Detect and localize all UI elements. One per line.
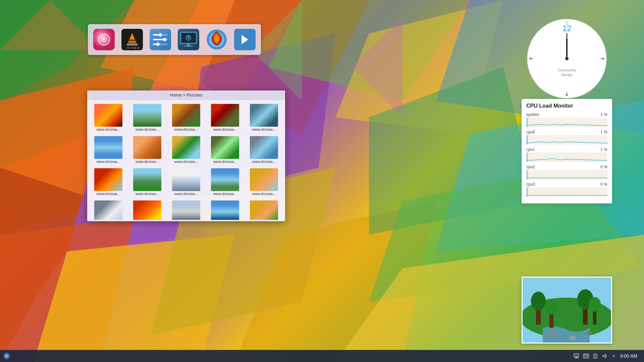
cpu-row-header-cpu2: cpu2 0 % [526,165,607,169]
cpu-row-system: system 1 % [526,112,607,127]
cpu-label-cpu2: cpu2 [526,165,535,169]
dock-item-vlc[interactable] [119,26,146,53]
cpu-row-cpu0: cpu0 1 % [526,130,607,144]
thumbnail-label: www.dmzwa... [174,160,198,164]
file-browser-item-6[interactable]: www.dmzwa... [129,135,166,165]
thumbnail-label: www.dmzwa... [213,192,237,196]
cpu-row-cpu2: cpu2 0 % [526,165,607,179]
taskbar: K [0,350,644,362]
clock-time-display: 9:00 AM [620,353,637,359]
dock-item-screenshot[interactable] [175,26,202,53]
systray-display-icon[interactable] [573,353,580,359]
cpu-value-cpu1: 1 % [600,147,607,152]
svg-point-74 [602,58,604,60]
file-browser-item-2[interactable]: www.dmzwa... [168,103,205,133]
thumbnail-label: www.dmzwa... [174,192,198,196]
svg-marker-9 [335,0,503,134]
svg-marker-21 [352,17,402,117]
svg-rect-53 [187,44,190,46]
thumbnail-label: www.dmzwa... [97,192,120,196]
thumbnail-label: www.dmzwa... [252,192,276,196]
svg-marker-5 [0,168,101,362]
file-browser-item-8[interactable]: www.dmzwa... [207,135,244,165]
cpu-monitor-widget: CPU Load Monitor system 1 % cpu0 1 % [522,99,612,203]
svg-rect-97 [576,357,578,358]
file-browser-item-12[interactable]: www.dmzwa... [168,167,205,197]
file-browser-item-4[interactable]: www.dmzwa... [246,103,282,133]
file-browser-item-18[interactable]: www.dmzwa... [207,199,244,220]
thumbnail-label: www.dmzwa... [136,192,159,196]
cpu-sparkline-cpu0 [526,135,607,144]
cpu-label-cpu0: cpu0 [526,130,535,134]
svg-rect-35 [135,47,136,49]
cpu-bar-bg-cpu2 [526,170,607,179]
cpu-sparkline-cpu3 [526,187,607,197]
thumbnail-image [94,136,122,159]
desktop: Home > Pictures www.dmzwa... www.dmzwa..… [0,0,644,362]
breadcrumb-folder[interactable]: Pictures [186,93,202,98]
file-browser-item-14[interactable]: www.dmzwa... [246,167,282,197]
svg-point-25 [103,39,105,41]
firefox-icon [206,29,227,50]
file-browser-item-5[interactable]: www.dmzwa... [90,135,127,165]
systray-clipboard-icon[interactable] [592,353,599,359]
dock-item-settings[interactable] [147,26,174,53]
file-browser-item-9[interactable]: www.dmzwa... [246,135,282,165]
cpu-sparkline-cpu2 [526,170,607,179]
nature-photo-widget [522,277,612,344]
clock-widget: 12 Community Design [527,18,610,102]
svg-marker-108 [603,354,605,358]
dock-item-more[interactable] [231,26,258,53]
dock-item-firefox[interactable] [203,26,230,53]
thumbnail-image [172,104,200,127]
thumbnail-image [250,136,278,159]
dock-item-gwenview[interactable] [91,26,117,53]
cpu-row-cpu1: cpu1 1 % [526,147,607,162]
file-browser-item-10[interactable]: www.dmzwa... [90,167,127,197]
cpu-value-cpu3: 0 % [600,182,607,187]
thumbnail-image [94,200,122,220]
taskbar-clock: 9:00 AM [620,353,640,359]
file-browser-item-13[interactable]: www.dmzwa... [207,167,244,197]
file-browser-item-11[interactable]: www.dmzwa... [129,167,166,197]
file-browser-item-15[interactable]: www.dmzwa... [90,199,127,220]
cpu-bar-bg-system [526,118,607,127]
thumbnail-image [172,168,200,191]
file-browser-titlebar: Home > Pictures [87,90,285,100]
svg-point-75 [530,58,532,60]
breadcrumb-home[interactable]: Home [170,93,182,98]
cpu-bar-bg-cpu0 [526,135,607,144]
thumbnail-label: www.dmzwa... [136,160,159,164]
file-browser-grid: www.dmzwa... www.dmzwa... www.dmzwa... w… [87,100,285,220]
systray-volume-icon[interactable] [601,353,608,359]
thumbnail-image [94,104,122,127]
gwenview-icon [93,29,115,50]
file-browser-item-1[interactable]: www.dmzwa... [129,103,166,133]
file-browser-item-7[interactable]: www.dmzwa... [168,135,205,165]
svg-point-83 [531,292,546,310]
clock-label2: Design [561,73,573,77]
svg-rect-29 [129,40,135,41]
file-browser-item-16[interactable]: www.dmzwa... [129,199,166,220]
nature-photo [523,278,611,343]
systray-network-icon[interactable] [583,353,589,359]
file-browser-item-0[interactable]: www.dmzwa... [90,103,127,133]
file-browser-item-3[interactable]: www.dmzwa... [207,103,244,133]
svg-rect-98 [575,358,578,358]
vlc-icon [121,29,143,50]
svg-text:12: 12 [562,24,572,33]
svg-marker-15 [369,67,537,235]
svg-point-43 [163,38,166,41]
start-button[interactable]: K [0,350,13,362]
cpu-row-header-cpu1: cpu1 1 % [526,147,607,152]
file-browser-item-19[interactable]: www.dmzwa... [246,199,282,220]
file-browser-breadcrumb: Home > Pictures [170,93,202,98]
cpu-sparkline-cpu1 [526,153,607,162]
thumbnail-image [250,104,278,127]
svg-point-76 [566,94,568,96]
thumbnail-image [133,104,161,127]
thumbnail-image [133,200,161,220]
file-browser-item-17[interactable]: www.dmzwa... [168,199,205,220]
systray-arrow-icon[interactable] [611,353,618,359]
svg-point-79 [565,57,569,60]
